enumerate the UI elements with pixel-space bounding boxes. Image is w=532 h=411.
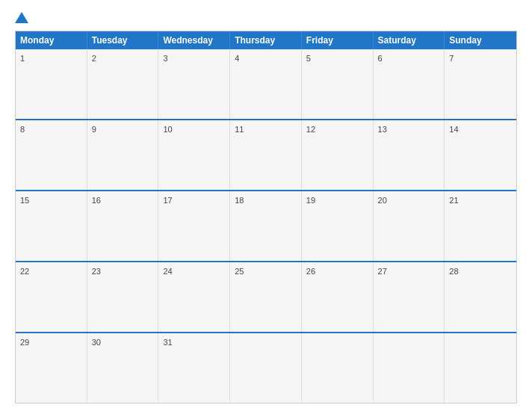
calendar-cell: 10	[158, 120, 230, 190]
day-number: 1	[20, 54, 25, 63]
calendar-cell: 13	[374, 120, 445, 190]
day-number: 13	[378, 125, 387, 134]
weekday-header-wednesday: Wednesday	[158, 31, 230, 49]
calendar-cell: 9	[87, 120, 159, 190]
day-number: 8	[20, 125, 25, 134]
day-number: 7	[449, 54, 454, 63]
day-number: 26	[306, 267, 315, 276]
day-number: 31	[163, 338, 172, 347]
day-number: 3	[163, 54, 167, 63]
calendar-cell: 6	[374, 49, 445, 119]
day-number: 10	[163, 125, 172, 134]
calendar-cell: 8	[16, 120, 87, 190]
calendar-cell: 23	[87, 262, 159, 332]
calendar-cell: 3	[158, 49, 230, 119]
day-number: 4	[235, 54, 239, 63]
logo	[15, 13, 31, 23]
weekday-header-tuesday: Tuesday	[87, 31, 159, 49]
day-number: 6	[378, 54, 383, 63]
calendar-week-5: 293031	[16, 332, 516, 403]
calendar-cell: 21	[445, 191, 516, 261]
day-number: 17	[163, 196, 172, 205]
calendar-body: 1234567891011121314151617181920212223242…	[16, 49, 516, 403]
day-number: 19	[306, 196, 315, 205]
calendar-page: MondayTuesdayWednesdayThursdayFridaySatu…	[0, 0, 532, 411]
day-number: 24	[163, 267, 172, 276]
calendar-cell: 24	[158, 262, 230, 332]
weekday-header-thursday: Thursday	[230, 31, 302, 49]
day-number: 15	[20, 196, 29, 205]
calendar-cell: 2	[87, 49, 159, 119]
calendar-cell: 28	[445, 262, 516, 332]
calendar-cell	[445, 333, 516, 403]
calendar-cell	[374, 333, 445, 403]
calendar-week-4: 22232425262728	[16, 261, 516, 332]
day-number: 25	[235, 267, 244, 276]
day-number: 14	[449, 125, 458, 134]
calendar-cell: 7	[445, 49, 516, 119]
day-number: 30	[92, 338, 101, 347]
calendar: MondayTuesdayWednesdayThursdayFridaySatu…	[15, 31, 517, 404]
calendar-week-2: 891011121314	[16, 119, 516, 190]
day-number: 11	[235, 125, 244, 134]
weekday-header-sunday: Sunday	[445, 31, 516, 49]
day-number: 28	[449, 267, 458, 276]
day-number: 5	[306, 54, 311, 63]
weekday-header-friday: Friday	[302, 31, 374, 49]
calendar-header: MondayTuesdayWednesdayThursdayFridaySatu…	[16, 31, 516, 49]
calendar-cell: 15	[16, 191, 87, 261]
weekday-header-saturday: Saturday	[374, 31, 445, 49]
calendar-cell: 1	[16, 49, 87, 119]
calendar-cell: 18	[230, 191, 302, 261]
calendar-cell: 30	[87, 333, 159, 403]
day-number: 29	[20, 338, 29, 347]
calendar-cell: 11	[230, 120, 302, 190]
calendar-cell	[230, 333, 302, 403]
calendar-cell: 14	[445, 120, 516, 190]
day-number: 9	[92, 125, 96, 134]
calendar-cell: 29	[16, 333, 87, 403]
calendar-cell: 19	[302, 191, 374, 261]
logo-triangle-icon	[15, 12, 28, 23]
calendar-cell: 22	[16, 262, 87, 332]
calendar-cell: 20	[374, 191, 445, 261]
calendar-cell: 27	[374, 262, 445, 332]
calendar-cell: 26	[302, 262, 374, 332]
calendar-cell: 4	[230, 49, 302, 119]
calendar-cell: 12	[302, 120, 374, 190]
calendar-cell: 5	[302, 49, 374, 119]
day-number: 16	[92, 196, 101, 205]
weekday-header-monday: Monday	[16, 31, 87, 49]
calendar-week-1: 1234567	[16, 49, 516, 119]
calendar-cell: 31	[158, 333, 230, 403]
calendar-cell: 25	[230, 262, 302, 332]
calendar-cell: 16	[87, 191, 159, 261]
day-number: 27	[378, 267, 387, 276]
logo-blue-row	[15, 13, 31, 23]
day-number: 20	[378, 196, 387, 205]
day-number: 18	[235, 196, 244, 205]
day-number: 23	[92, 267, 101, 276]
calendar-cell	[302, 333, 374, 403]
calendar-week-3: 15161718192021	[16, 190, 516, 261]
page-header	[15, 13, 517, 23]
day-number: 22	[20, 267, 29, 276]
day-number: 12	[306, 125, 315, 134]
day-number: 2	[92, 54, 96, 63]
calendar-cell: 17	[158, 191, 230, 261]
day-number: 21	[449, 196, 458, 205]
